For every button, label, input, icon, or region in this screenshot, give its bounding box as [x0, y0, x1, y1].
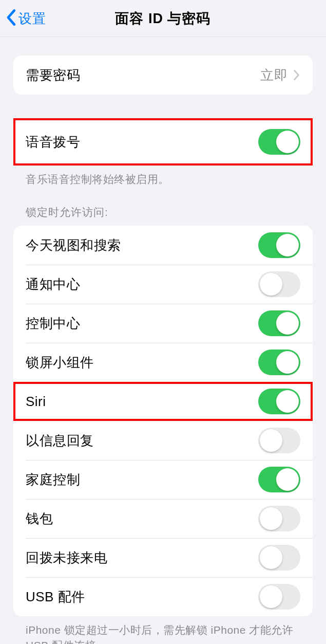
voice-dial-label: 语音拨号: [26, 133, 258, 151]
locked-access-row: Siri: [13, 382, 313, 421]
chevron-right-icon: [293, 69, 300, 81]
locked-access-item-label: 以信息回复: [26, 432, 258, 450]
locked-access-item-label: 锁屏小组件: [26, 354, 258, 372]
back-label: 设置: [18, 10, 46, 28]
locked-access-row: 家庭控制: [13, 460, 313, 499]
back-button[interactable]: 设置: [5, 0, 46, 37]
locked-access-row: 钱包: [13, 499, 313, 538]
locked-access-group: 今天视图和搜索通知中心控制中心锁屏小组件Siri以信息回复家庭控制钱包回拨未接来…: [13, 226, 313, 616]
voice-dial-group: 语音拨号: [13, 118, 313, 165]
voice-dial-footer: 音乐语音控制将始终被启用。: [13, 165, 313, 187]
locked-access-row: 通知中心: [13, 265, 313, 304]
locked-access-item-toggle[interactable]: [258, 545, 300, 571]
voice-dial-row: 语音拨号: [13, 118, 313, 165]
locked-access-item-label: 今天视图和搜索: [26, 236, 258, 254]
locked-access-row: 回拨未接来电: [13, 538, 313, 577]
nav-header: 设置 面容 ID 与密码: [0, 0, 326, 37]
locked-access-item-label: 钱包: [26, 510, 258, 528]
page-title: 面容 ID 与密码: [115, 9, 210, 28]
locked-access-header: 锁定时允许访问:: [13, 187, 313, 226]
locked-access-item-toggle[interactable]: [258, 428, 300, 453]
locked-access-item-label: 通知中心: [26, 275, 258, 293]
locked-access-row: 以信息回复: [13, 421, 313, 460]
locked-access-row: USB 配件: [13, 577, 313, 616]
voice-dial-toggle[interactable]: [258, 129, 300, 155]
passcode-group: 需要密码 立即: [13, 56, 313, 95]
locked-access-item-toggle[interactable]: [258, 232, 300, 258]
require-passcode-label: 需要密码: [26, 66, 260, 84]
locked-access-item-label: Siri: [26, 394, 258, 410]
locked-access-item-toggle[interactable]: [258, 584, 300, 610]
locked-access-item-toggle[interactable]: [258, 271, 300, 297]
require-passcode-row[interactable]: 需要密码 立即: [13, 56, 313, 95]
locked-access-item-label: 回拨未接来电: [26, 549, 258, 567]
locked-access-row: 控制中心: [13, 304, 313, 343]
locked-access-item-label: 家庭控制: [26, 471, 258, 489]
locked-access-row: 今天视图和搜索: [13, 226, 313, 265]
locked-access-item-toggle[interactable]: [258, 389, 300, 414]
locked-access-row: 锁屏小组件: [13, 343, 313, 382]
locked-access-item-toggle[interactable]: [258, 506, 300, 531]
locked-access-item-label: USB 配件: [26, 588, 258, 606]
locked-access-item-toggle[interactable]: [258, 349, 300, 375]
locked-access-item-label: 控制中心: [26, 315, 258, 333]
require-passcode-value: 立即: [260, 66, 288, 84]
locked-access-item-toggle[interactable]: [258, 467, 300, 492]
chevron-left-icon: [5, 9, 16, 28]
locked-access-footer: iPhone 锁定超过一小时后，需先解锁 iPhone 才能允许USB 配件连接…: [13, 616, 313, 644]
locked-access-item-toggle[interactable]: [258, 310, 300, 336]
